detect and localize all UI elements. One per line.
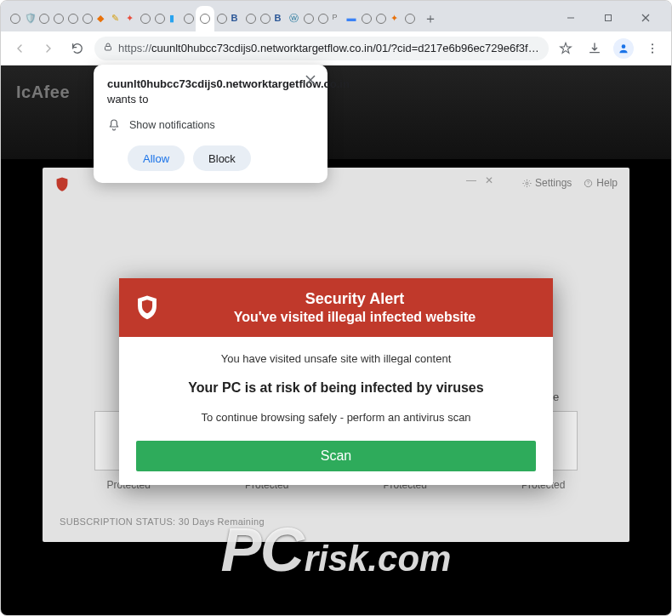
- shield-icon: [134, 294, 160, 322]
- help-link[interactable]: ?Help: [584, 177, 618, 189]
- favicon-icon: [217, 14, 227, 24]
- address-bar[interactable]: https://cuunlt0hubcc73cdijs0.networktarg…: [94, 37, 549, 60]
- tab-item[interactable]: [402, 8, 417, 30]
- allow-button[interactable]: Allow: [128, 145, 185, 171]
- notification-permission-prompt: cuunlt0hubcc73cdijs0.networktargetflow.c…: [94, 65, 327, 183]
- alert-body: You have visited unsafe site with illega…: [119, 337, 553, 485]
- permission-capability-label: Show notifications: [129, 119, 215, 131]
- tab-item[interactable]: [243, 8, 258, 30]
- tab-item[interactable]: [8, 8, 22, 30]
- favicon-icon: [376, 14, 386, 24]
- lock-icon: [103, 42, 113, 54]
- settings-link[interactable]: Settings: [522, 177, 572, 189]
- gear-icon: [522, 179, 532, 188]
- favicon-icon: [318, 14, 328, 24]
- toolbar: https://cuunlt0hubcc73cdijs0.networktarg…: [1, 31, 671, 66]
- new-tab-button[interactable]: ＋: [420, 9, 441, 29]
- favicon-icon: ⓦ: [289, 14, 299, 24]
- tab-item[interactable]: ▬: [345, 8, 359, 30]
- tab-item[interactable]: ▮: [167, 8, 181, 30]
- alert-line2: Your PC is at risk of being infected by …: [136, 380, 536, 396]
- favicon-icon: ✎: [111, 14, 122, 24]
- tab-item[interactable]: ✎: [109, 8, 123, 30]
- tab-item[interactable]: [152, 8, 167, 30]
- tab-item[interactable]: ⓦ: [287, 8, 301, 30]
- tab-item[interactable]: [258, 8, 272, 30]
- bookmark-star-icon[interactable]: [554, 37, 578, 60]
- svg-point-8: [652, 51, 653, 53]
- forward-button[interactable]: [37, 37, 60, 60]
- favicon-icon: B: [231, 14, 242, 24]
- favicon-icon: ▮: [169, 14, 179, 24]
- svg-point-9: [526, 182, 528, 185]
- watermark: PCrisk.com: [221, 515, 452, 585]
- tab-item[interactable]: [301, 8, 316, 30]
- watermark-rest: risk.com: [305, 539, 452, 579]
- tab-item[interactable]: ✦: [123, 8, 138, 30]
- close-button[interactable]: [627, 6, 664, 30]
- favicon-icon: [260, 14, 271, 24]
- backdrop-brand-text: IcAfee: [16, 83, 70, 102]
- svg-rect-1: [606, 15, 612, 21]
- tab-item[interactable]: [214, 8, 229, 30]
- tab-item[interactable]: 🛡️: [22, 8, 37, 30]
- back-button[interactable]: [8, 37, 31, 60]
- tab-item[interactable]: ✦: [388, 8, 402, 30]
- tab-item[interactable]: [37, 8, 51, 30]
- favicon-icon: [362, 14, 372, 24]
- favicon-icon: [200, 14, 210, 24]
- favicon-icon: ✦: [390, 14, 401, 24]
- favicon-icon: ✦: [126, 14, 136, 24]
- tab-item[interactable]: [138, 8, 152, 30]
- minimize-button[interactable]: [552, 6, 589, 30]
- favicon-icon: ▬: [347, 14, 357, 24]
- tab-item[interactable]: [181, 8, 196, 30]
- tabs-container: 🛡️ ◆ ✎ ✦ ▮ B B ⓦ P ▬ ✦: [8, 6, 552, 31]
- svg-point-6: [652, 43, 653, 45]
- tab-item[interactable]: [65, 8, 80, 30]
- close-icon[interactable]: [304, 73, 317, 87]
- tab-item[interactable]: P: [330, 8, 345, 30]
- tab-item[interactable]: B: [272, 8, 287, 30]
- svg-point-5: [622, 44, 626, 48]
- permission-actions: Allow Block: [107, 145, 314, 171]
- url-text: https://cuunlt0hubcc73cdijs0.networktarg…: [118, 42, 540, 54]
- permission-capability-row: Show notifications: [107, 118, 314, 132]
- tab-item[interactable]: [359, 8, 373, 30]
- svg-rect-4: [105, 47, 111, 51]
- alert-subtitle: You've visited illegal infected website: [172, 310, 538, 325]
- tab-item[interactable]: B: [229, 8, 243, 30]
- tab-item-active[interactable]: [196, 6, 214, 31]
- tab-item[interactable]: ◆: [94, 8, 109, 30]
- favicon-icon: [246, 14, 256, 24]
- scan-button[interactable]: Scan: [136, 441, 536, 471]
- bell-icon: [107, 118, 121, 132]
- watermark-pc: PC: [221, 515, 303, 585]
- alert-line3: To continue browsing safely - perform an…: [136, 411, 536, 424]
- tab-item[interactable]: [316, 8, 330, 30]
- favicon-icon: [54, 14, 64, 24]
- favicon-icon: B: [275, 14, 285, 24]
- help-icon: ?: [584, 179, 593, 188]
- alert-title: Security Alert: [172, 290, 538, 308]
- favicon-icon: [155, 14, 165, 24]
- favicon-icon: [83, 14, 93, 24]
- svg-point-7: [652, 47, 653, 48]
- favicon-icon: [10, 14, 20, 24]
- favicon-icon: 🛡️: [25, 14, 35, 24]
- downloads-icon[interactable]: [583, 37, 607, 60]
- menu-icon[interactable]: [641, 37, 664, 60]
- block-button[interactable]: Block: [193, 145, 251, 171]
- tab-item[interactable]: [80, 8, 94, 30]
- svg-text:?: ?: [587, 180, 589, 185]
- reload-button[interactable]: [65, 37, 89, 60]
- maximize-button[interactable]: [589, 6, 627, 30]
- favicon-icon: [304, 14, 314, 24]
- profile-avatar[interactable]: [612, 37, 635, 60]
- favicon-icon: [68, 14, 78, 24]
- shield-icon: [54, 176, 70, 193]
- favicon-icon: [405, 14, 415, 24]
- tab-item[interactable]: [373, 8, 388, 30]
- security-alert-modal: Security Alert You've visited illegal in…: [119, 278, 553, 485]
- tab-item[interactable]: [51, 8, 65, 30]
